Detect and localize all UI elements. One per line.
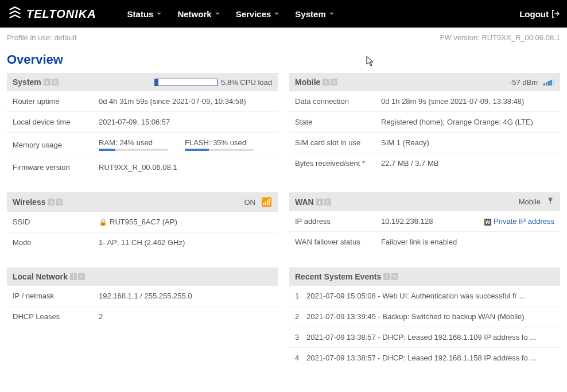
event-row: 42021-07-09 13:38:57 - DHCP: Leased 192.… [289,348,560,368]
page-title: Overview [0,44,567,73]
event-index: 1 [295,292,306,300]
nav-status[interactable]: Status [119,0,170,28]
memory-label: Memory usage [13,141,99,149]
brand-text: TELTONIKA [26,7,96,21]
dhcp-label: DHCP Leases [13,312,99,321]
nav-system[interactable]: System [287,0,341,28]
local-network-panel: Local Network i IP / netmask192.168.1.1 … [7,267,278,368]
gear-icon[interactable] [324,199,331,205]
svg-point-6 [394,276,395,277]
event-text: 2021-07-09 13:39:45 - Backup: Switched t… [306,312,525,321]
cpu-load-bar [154,79,218,86]
state-value: Registered (home); Orange Orange; 4G (LT… [381,118,554,126]
event-text: 2021-07-09 13:38:57 - DHCP: Leased 192.1… [306,354,536,362]
gear-icon[interactable] [56,199,63,205]
info-icon[interactable]: i [70,273,77,280]
caret-down-icon [274,13,279,15]
sim-value: SIM 1 (Ready) [381,138,554,147]
event-index: 2 [295,312,306,321]
system-panel: System i 5.8% CPU load Router uptime0d 4… [7,73,278,177]
system-panel-title: System [13,77,41,87]
svg-point-5 [81,276,82,277]
events-panel-title: Recent System Events [295,272,381,281]
event-row: 32021-07-09 13:38:57 - DHCP: Leased 192.… [289,327,560,348]
wifi-icon: 📶 [261,197,272,207]
state-label: State [295,118,381,126]
event-index: 4 [295,354,306,362]
event-text: 2021-07-09 13:38:57 - DHCP: Leased 192.1… [306,333,536,341]
wireless-panel: Wireless i ON 📶 SSID 🔒RUT955_6AC7 (AP) M… [7,192,278,253]
lan-ip-value: 192.168.1.1 / 255.255.255.0 [99,292,272,300]
svg-point-0 [55,81,56,83]
wireless-status: ON [244,198,256,207]
data-conn-value: 0d 1h 28m 9s (since 2021-07-09, 13:38:48… [381,97,554,106]
svg-point-4 [550,200,551,201]
uptime-label: Router uptime [13,97,99,106]
bytes-value: 22.7 MB / 3.7 MB [381,159,554,168]
mode-value: 1- AP; 11 CH (2.462 GHz) [99,238,272,247]
events-panel: Recent System Events i 12021-07-09 15:05… [289,267,560,368]
event-row: 12021-07-09 15:05:08 - Web UI: Authentic… [289,286,560,306]
uptime-value: 0d 4h 31m 59s (since 2021-07-09, 10:34:5… [99,97,272,106]
svg-point-1 [333,81,335,83]
fw-value: RUT9XX_R_00.06.08.1 [99,163,272,172]
event-text: 2021-07-09 15:05:08 - Web UI: Authentica… [306,292,525,300]
wireless-panel-title: Wireless [13,197,45,207]
signal-strength: -57 dBm [510,78,538,87]
local-time-value: 2021-07-09, 15:06:57 [99,118,272,126]
wan-status: Mobile [519,197,541,206]
nav-network[interactable]: Network [169,0,227,28]
failover-value: Failover link is enabled [381,238,554,246]
event-row: 22021-07-09 13:39:45 - Backup: Switched … [289,306,560,327]
local-time-label: Local device time [13,118,99,126]
gear-icon[interactable] [78,273,85,280]
svg-point-3 [327,201,328,203]
brand-logo[interactable]: TELTONIKA [7,6,96,22]
bytes-label: Bytes received/sent * [295,159,381,168]
caret-down-icon [329,13,334,15]
svg-point-2 [59,201,60,203]
info-icon[interactable]: i [44,79,51,86]
wan-panel: WAN i Mobile IP address 10.192.236.128 W… [289,192,560,253]
wiki-icon: W [484,219,491,226]
wan-ip-label: IP address [295,217,381,226]
main-nav: Status Network Services System [119,0,342,28]
fw-version-label: FW version: RUT9XX_R_00.06.08.1 [440,33,560,42]
ssid-value: 🔒RUT955_6AC7 (AP) [99,218,272,226]
teltonika-logo-icon [7,6,23,22]
cpu-load-text: 5.8% CPU load [221,78,272,87]
antenna-icon [546,197,554,207]
private-ip-link[interactable]: WPrivate IP address [484,217,554,226]
gear-icon[interactable] [331,79,337,86]
lock-icon: 🔒 [99,218,107,226]
gear-icon[interactable] [52,79,59,86]
dhcp-value: 2 [99,312,272,321]
info-icon[interactable]: i [323,79,329,86]
mobile-panel: Mobile i -57 dBm Data connection0d 1h 28… [289,73,560,177]
lan-ip-label: IP / netmask [13,292,99,300]
top-navbar: TELTONIKA Status Network Services System… [0,0,567,28]
mobile-panel-title: Mobile [295,77,320,87]
nav-services[interactable]: Services [228,0,288,28]
info-icon[interactable]: i [316,199,323,205]
local-panel-title: Local Network [13,272,68,281]
profile-label: Profile in use: default [7,33,76,42]
logout-button[interactable]: Logout [519,9,560,19]
logout-icon [551,9,560,18]
failover-label: WAN failover status [295,238,381,246]
flash-usage: FLASH: 35% used [185,138,254,151]
sim-label: SIM card slot in use [295,138,381,147]
event-index: 3 [295,333,306,341]
gear-icon[interactable] [391,273,398,280]
fw-label: Firmware version [13,163,99,172]
caret-down-icon [215,13,220,15]
data-conn-label: Data connection [295,97,381,106]
info-icon[interactable]: i [383,273,390,280]
wan-panel-title: WAN [295,197,314,207]
ssid-label: SSID [13,218,99,226]
sub-header: Profile in use: default FW version: RUT9… [0,28,567,44]
mode-label: Mode [13,238,99,247]
caret-down-icon [157,13,161,15]
info-icon[interactable]: i [48,199,55,205]
wan-ip-value: 10.192.236.128 [381,217,433,226]
